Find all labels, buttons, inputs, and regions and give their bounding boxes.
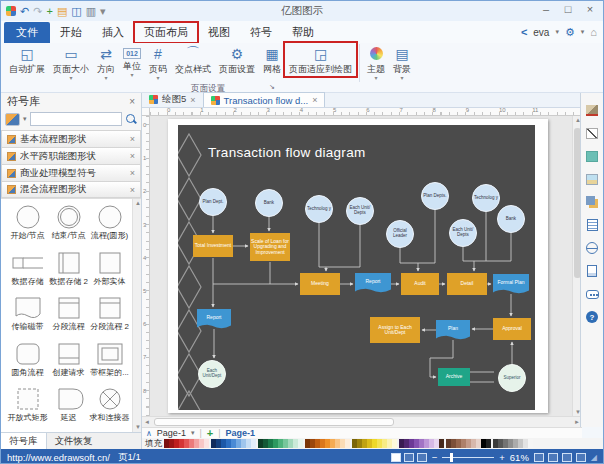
close-icon[interactable]: × — [190, 95, 195, 105]
ribbon-button-auto-expand[interactable]: ◱自动扩展 — [5, 43, 49, 76]
format-tool-icon[interactable] — [585, 103, 600, 117]
ribbon-button-page-size[interactable]: ▭页面大小▾ — [49, 43, 93, 81]
fill-color-icon[interactable] — [585, 149, 600, 163]
save-icon[interactable]: ◫ — [71, 5, 81, 17]
insert-picture-icon[interactable] — [585, 172, 600, 186]
panel-tab-文件恢复[interactable]: 文件恢复 — [47, 433, 101, 449]
diagram-node-b7[interactable]: Assign to Each Unit/Dept — [370, 317, 420, 343]
library-bar[interactable]: 混合流程图形状× — [1, 181, 141, 198]
ribbon-button-page-setup[interactable]: ⚙页面设置 — [215, 43, 259, 76]
print-icon[interactable]: ▥ — [86, 5, 96, 17]
zoom-out-button[interactable]: − — [432, 452, 438, 463]
dialog-launcher-icon[interactable]: ↘ — [269, 83, 275, 91]
shape-dashed[interactable]: 开放式矩形 — [7, 386, 48, 428]
shape-banded[interactable]: 分段流程 2 — [89, 295, 130, 337]
pages-icon[interactable] — [585, 195, 600, 209]
close-icon[interactable]: × — [130, 151, 135, 161]
diagram-node-c9[interactable]: Bank — [497, 205, 525, 233]
shape-dstore2[interactable]: 数据存储 2 — [48, 250, 89, 292]
share-icon[interactable]: < — [521, 26, 527, 38]
presentation-view-icon[interactable] — [417, 453, 427, 462]
page-break-view-icon[interactable] — [404, 453, 414, 462]
diagram-node-c2[interactable]: Bank — [255, 189, 283, 217]
chevron-down-icon[interactable]: ▾ — [555, 28, 559, 36]
diagram-node-c3[interactable]: Technolog y — [305, 195, 333, 223]
zoom-slider[interactable] — [442, 457, 494, 458]
shape-frame[interactable]: 带框架的... — [89, 341, 130, 383]
ribbon-button-units[interactable]: 012单位▾ — [119, 43, 145, 78]
color-swatch[interactable] — [439, 439, 444, 448]
shape-banded[interactable]: 分段流程 — [48, 295, 89, 337]
comment-icon[interactable] — [585, 287, 600, 301]
color-swatch[interactable] — [345, 439, 350, 448]
chevron-down-icon[interactable]: ▾ — [23, 115, 27, 123]
color-swatch[interactable] — [528, 439, 533, 448]
menu-tab-符号[interactable]: 符号 — [240, 22, 282, 43]
theme-button[interactable]: 主题▾ — [363, 43, 389, 81]
pan-and-zoom-icon[interactable] — [548, 453, 558, 462]
shape-sum[interactable]: 求和连接器 — [89, 386, 130, 428]
diagram-node-c8[interactable]: Technolog y — [472, 184, 500, 212]
edrawsoft-link[interactable]: http://www.edrawsoft.cn/ — [7, 452, 110, 463]
ribbon-button-grid[interactable]: ▦网格 — [259, 43, 285, 76]
chevron-down-icon[interactable]: ▾ — [581, 28, 585, 36]
diagram-node-c5[interactable]: Plan Depts. — [421, 182, 449, 210]
document-tab[interactable]: Transaction flow d...× — [203, 92, 326, 107]
new-page-icon[interactable]: + — [46, 5, 52, 17]
diagram-node-c6[interactable]: Official Leader — [386, 220, 414, 248]
close-icon[interactable]: × — [130, 185, 135, 195]
document-tab[interactable]: 绘图5× — [142, 92, 203, 107]
ribbon-button-fit-page-to-drawing[interactable]: ◲页面适应到绘图 — [285, 43, 356, 76]
zoom-slider-knob[interactable] — [450, 453, 453, 462]
ribbon-button-page-number[interactable]: #页码▾ — [145, 43, 171, 81]
shape-dcircle[interactable]: 结束/节点 — [48, 204, 89, 246]
user-name[interactable]: eva — [533, 27, 549, 38]
gallery-scrollbar[interactable]: ▲▼ — [132, 199, 141, 432]
diagram-node-b3[interactable]: Meeting — [300, 273, 340, 295]
diagram-node-g1[interactable]: Each Unit/Dept — [198, 360, 226, 388]
library-bar[interactable]: 基本流程图形状× — [1, 130, 141, 147]
diagram-node-b4[interactable]: Audit — [401, 273, 439, 295]
diagram-node-g2[interactable]: Superior — [498, 364, 526, 392]
search-icon[interactable] — [125, 113, 137, 125]
diagram-node-c7[interactable]: Each Unit/ Depts — [449, 219, 477, 247]
panel-tab-符号库[interactable]: 符号库 — [1, 433, 47, 449]
menu-tab-视图[interactable]: 视图 — [198, 22, 240, 43]
diagram-node-t1[interactable]: Archive — [438, 368, 470, 386]
shape-dstore[interactable]: 数据存储 — [7, 250, 48, 292]
library-dropdown-icon[interactable] — [5, 113, 20, 126]
note-icon[interactable] — [585, 218, 600, 232]
shape-circle[interactable]: 开始/节点 — [7, 204, 48, 246]
diagram-node-b2[interactable]: Scale of Loan for Upgrading and Improvem… — [250, 233, 290, 261]
show-grid-icon[interactable] — [576, 453, 586, 462]
diagram-node-b6[interactable]: Approval — [493, 318, 531, 340]
close-icon[interactable]: × — [130, 168, 135, 178]
minimize-button[interactable]: – — [535, 1, 557, 19]
color-swatch[interactable] — [298, 439, 303, 448]
open-icon[interactable]: ▤ — [57, 5, 67, 17]
library-bar[interactable]: 商业处理模型符号× — [1, 164, 141, 181]
color-swatch[interactable] — [486, 439, 491, 448]
close-icon[interactable]: × — [312, 95, 317, 105]
close-icon[interactable]: × — [130, 134, 135, 144]
diagram-node-b1[interactable]: Total Investment — [193, 235, 233, 257]
zoom-area-icon[interactable] — [562, 453, 572, 462]
background-button[interactable]: ▤背景▾ — [389, 43, 415, 81]
chevron-down-icon[interactable]: ▾ — [191, 429, 195, 437]
more-icon[interactable]: ▾ — [100, 5, 106, 17]
color-swatch[interactable] — [251, 439, 256, 448]
pen-tool-icon[interactable] — [585, 126, 600, 140]
collapse-ribbon-icon[interactable]: ⌂ — [590, 26, 597, 38]
page-tab[interactable]: Page-1 — [157, 428, 186, 438]
resize-grip[interactable]: ◢ — [591, 453, 597, 462]
shape-delay[interactable]: 延迟 — [48, 386, 89, 428]
shape-tape[interactable]: 传输磁带 — [7, 295, 48, 337]
menu-tab-页面布局[interactable]: 页面布局 — [134, 22, 198, 43]
gear-icon[interactable]: ⚙ — [565, 26, 575, 39]
normal-view-icon[interactable] — [391, 453, 401, 462]
hyperlink-icon[interactable] — [585, 241, 600, 255]
zoom-in-button[interactable]: + — [499, 452, 505, 463]
fit-to-window-icon[interactable] — [534, 453, 544, 462]
canvas-viewport[interactable]: Transaction flow diagram Plan Dept.BankT… — [150, 116, 572, 416]
collapse-icon[interactable]: ∧ — [146, 429, 152, 438]
